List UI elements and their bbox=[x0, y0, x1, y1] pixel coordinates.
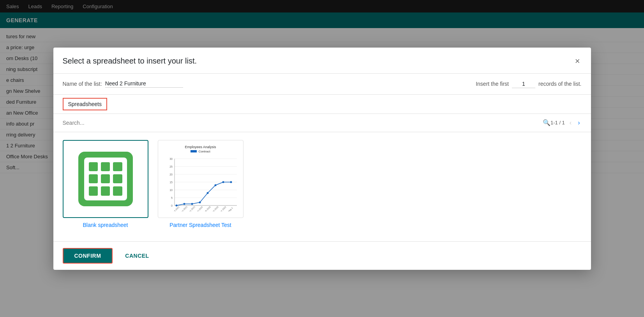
cell-block bbox=[113, 174, 122, 183]
svg-point-22 bbox=[222, 181, 224, 183]
spreadsheet-modal: Select a spreadsheet to insert your list… bbox=[53, 48, 591, 270]
modal-body: Blank spreadsheet Employees Analysis Con… bbox=[53, 132, 591, 241]
modal-footer: CONFIRM CANCEL bbox=[53, 241, 591, 270]
cell-block bbox=[101, 186, 110, 195]
spreadsheet-item-blank[interactable]: Blank spreadsheet bbox=[63, 140, 148, 228]
spreadsheet-grid: Blank spreadsheet Employees Analysis Con… bbox=[63, 140, 582, 228]
svg-text:Mar 2022: Mar 2022 bbox=[211, 205, 219, 211]
insert-suffix: records of the list. bbox=[538, 81, 582, 87]
legend-label: Contract bbox=[198, 150, 210, 153]
confirm-button[interactable]: CONFIRM bbox=[63, 248, 113, 264]
svg-text:30: 30 bbox=[169, 158, 173, 160]
chart-title: Employees Analysis bbox=[163, 145, 238, 149]
pagination: 1-1 / 1 ‹ › bbox=[550, 119, 582, 127]
svg-text:15: 15 bbox=[169, 181, 173, 184]
search-left: 🔍 bbox=[63, 119, 550, 126]
svg-text:Oct 2021: Oct 2021 bbox=[172, 205, 180, 211]
svg-text:Dec 2021: Dec 2021 bbox=[187, 205, 196, 211]
search-icon: 🔍 bbox=[543, 119, 550, 126]
pagination-text: 1-1 / 1 bbox=[550, 120, 565, 126]
spreadsheet-thumb-blank bbox=[63, 140, 148, 218]
svg-point-19 bbox=[199, 201, 201, 203]
list-name-value: Need 2 Furniture bbox=[105, 80, 183, 88]
svg-text:Feb 2022: Feb 2022 bbox=[203, 205, 211, 211]
modal-header: Select a spreadsheet to insert your list… bbox=[53, 48, 591, 74]
spreadsheet-name-blank: Blank spreadsheet bbox=[83, 222, 128, 228]
pagination-next-button[interactable]: › bbox=[576, 119, 581, 127]
svg-point-20 bbox=[206, 192, 208, 194]
insert-group: Insert the first records of the list. bbox=[476, 80, 581, 88]
svg-point-23 bbox=[230, 181, 232, 183]
blank-icon-inner bbox=[84, 158, 127, 200]
list-name-label: Name of the list: bbox=[63, 81, 102, 87]
svg-text:0: 0 bbox=[171, 204, 173, 207]
close-button[interactable]: × bbox=[573, 55, 582, 67]
modal-overlay: Select a spreadsheet to insert your list… bbox=[0, 0, 644, 317]
spreadsheet-item-partner[interactable]: Employees Analysis Contract bbox=[158, 140, 243, 228]
svg-point-16 bbox=[175, 204, 177, 206]
modal-title: Select a spreadsheet to insert your list… bbox=[63, 57, 197, 66]
svg-text:May 2: May 2 bbox=[228, 207, 233, 211]
cell-block bbox=[113, 186, 122, 195]
pagination-prev-button[interactable]: ‹ bbox=[568, 119, 573, 127]
cell-block bbox=[101, 174, 110, 183]
spreadsheet-thumb-partner: Employees Analysis Contract bbox=[158, 140, 243, 218]
cell-block bbox=[89, 186, 98, 195]
insert-prefix: Insert the first bbox=[476, 81, 509, 87]
insert-number-input[interactable] bbox=[512, 80, 535, 88]
list-name-group: Name of the list: Need 2 Furniture bbox=[63, 80, 183, 88]
chart-legend: Contract bbox=[163, 150, 238, 153]
cancel-button[interactable]: CANCEL bbox=[119, 249, 155, 263]
tab-spreadsheets[interactable]: Spreadsheets bbox=[63, 98, 107, 110]
svg-text:20: 20 bbox=[169, 173, 173, 176]
svg-text:5: 5 bbox=[171, 197, 173, 199]
spreadsheet-name-partner: Partner Spreadsheet Test bbox=[169, 222, 231, 228]
chart-container: Employees Analysis Contract bbox=[160, 142, 242, 216]
blank-spreadsheet-icon bbox=[78, 152, 133, 206]
legend-color bbox=[191, 150, 197, 152]
modal-tabs: Spreadsheets bbox=[53, 95, 591, 114]
svg-text:Jan 2022: Jan 2022 bbox=[195, 205, 203, 211]
cell-block bbox=[101, 162, 110, 171]
cell-block bbox=[113, 162, 122, 171]
cell-block bbox=[89, 174, 98, 183]
svg-text:10: 10 bbox=[169, 189, 173, 191]
svg-point-17 bbox=[183, 203, 185, 205]
modal-search-bar: 🔍 1-1 / 1 ‹ › bbox=[53, 114, 591, 132]
cell-block bbox=[89, 162, 98, 171]
svg-text:Nov 2021: Nov 2021 bbox=[180, 205, 188, 211]
modal-subheader: Name of the list: Need 2 Furniture Inser… bbox=[53, 74, 591, 95]
svg-point-21 bbox=[214, 184, 216, 186]
svg-point-18 bbox=[191, 203, 193, 205]
svg-text:Apr 2022: Apr 2022 bbox=[219, 205, 226, 211]
svg-text:25: 25 bbox=[169, 165, 173, 168]
chart-svg: 30 25 20 15 10 5 0 bbox=[163, 155, 239, 211]
search-input[interactable] bbox=[63, 120, 540, 126]
